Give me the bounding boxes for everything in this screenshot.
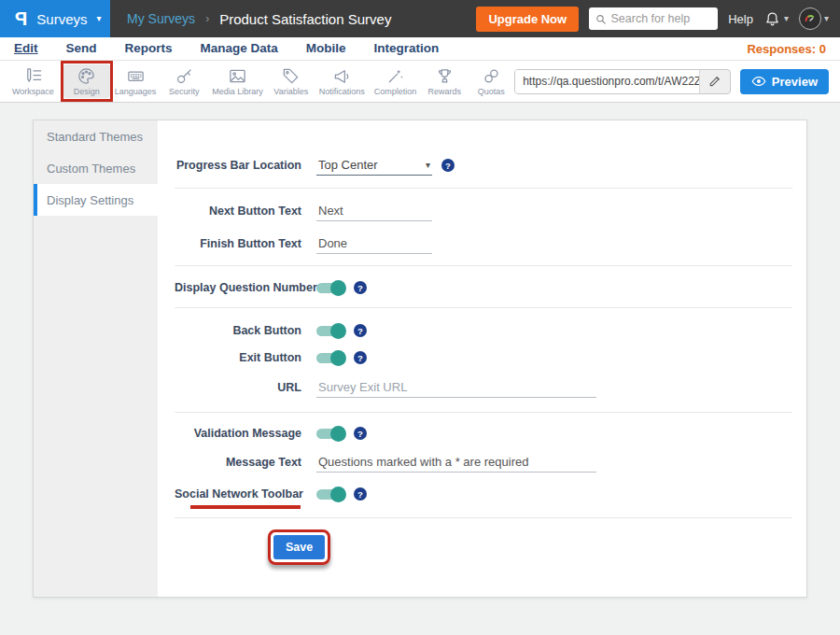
toolbar-item-design[interactable]: Design [63, 64, 110, 98]
toolbar-item-rewards[interactable]: Rewards [421, 64, 468, 98]
toolbar-item-variables[interactable]: Variables [268, 64, 315, 98]
trophy-icon [435, 66, 455, 86]
toolbar-item-workspace[interactable]: Workspace [7, 64, 59, 98]
nav-tab-integration[interactable]: Integration [374, 42, 440, 56]
workspace-icon [23, 66, 43, 86]
display-question-numbers-toggle[interactable] [316, 283, 344, 293]
topbar-actions: Upgrade Now Help ▾ ▾ [476, 7, 829, 32]
preview-label: Preview [772, 75, 818, 89]
surveys-menu-label: Surveys [36, 11, 87, 27]
sidebar-item-custom-themes[interactable]: Custom Themes [34, 152, 158, 184]
toolbar-item-languages[interactable]: Languages [110, 64, 161, 98]
image-icon [228, 66, 247, 86]
help-icon[interactable]: ? [354, 427, 367, 440]
field-label: URL [175, 381, 301, 394]
section-divider [175, 412, 792, 413]
exit-button-toggle[interactable] [316, 353, 344, 363]
breadcrumb-my-surveys[interactable]: My Surveys [127, 11, 195, 26]
field-label: Finish Button Text [175, 237, 301, 250]
display-question-numbers-row: Display Question Numbers ? [175, 275, 792, 301]
toolbar-item-quotas[interactable]: Quotas [468, 64, 514, 98]
sidebar-item-display-settings[interactable]: Display Settings [34, 184, 158, 216]
help-icon[interactable]: ? [354, 487, 367, 501]
edit-url-button[interactable] [700, 70, 730, 93]
toolbar-item-label: Completion [374, 87, 417, 96]
save-button[interactable]: Save [273, 535, 325, 559]
display-settings-form: Progress Bar Location Top Center ▾ ? Nex… [158, 120, 806, 597]
field-label: Exit Button [175, 351, 301, 364]
survey-url-text[interactable]: https://qa.questionpro.com/t/AW22Zcq2J [515, 70, 700, 93]
validation-message-row: Validation Message ? [175, 420, 792, 446]
eye-icon [751, 76, 766, 87]
megaphone-icon [332, 66, 352, 86]
validation-message-toggle[interactable] [316, 429, 344, 439]
survey-exit-url-input[interactable] [316, 377, 596, 398]
surveys-product-menu[interactable]: P Surveys ▾ [0, 0, 110, 37]
content-area: Standard Themes Custom Themes Display Se… [0, 103, 840, 635]
upgrade-now-button[interactable]: Upgrade Now [476, 7, 579, 32]
social-network-toolbar-toggle[interactable] [316, 489, 344, 500]
section-divider [175, 307, 792, 308]
palette-icon [77, 66, 96, 86]
survey-nav: Edit Send Reports Manage Data Mobile Int… [0, 37, 840, 61]
toolbar-item-label: Languages [115, 87, 157, 96]
toolbar-item-label: Workspace [12, 87, 54, 96]
help-link[interactable]: Help [728, 12, 753, 26]
help-search-input[interactable] [610, 12, 711, 25]
help-search-box[interactable] [589, 7, 718, 30]
design-settings-card: Standard Themes Custom Themes Display Se… [33, 120, 807, 598]
next-button-text-input[interactable] [316, 201, 432, 221]
toolbar-item-label: Media Library [212, 87, 263, 96]
toolbar-item-notifications[interactable]: Notifications [315, 64, 370, 98]
back-button-toggle[interactable] [316, 326, 344, 336]
annotation-social-underline [190, 505, 301, 509]
section-divider [175, 188, 792, 189]
field-label: Next Button Text [175, 205, 301, 218]
progress-bar-location-select[interactable]: Top Center ▾ [316, 155, 432, 176]
questionpro-logo: P [15, 8, 27, 30]
help-icon[interactable]: ? [354, 351, 367, 364]
message-text-input[interactable] [316, 452, 596, 473]
toolbar-divider [61, 65, 62, 97]
toolbar-item-security[interactable]: Security [161, 64, 207, 98]
social-network-toolbar-row: Social Network Toolbar ? [175, 481, 792, 507]
design-sidebar: Standard Themes Custom Themes Display Se… [34, 120, 158, 597]
search-icon [595, 13, 606, 25]
toolbar-item-label: Security [169, 87, 200, 96]
notifications-menu[interactable]: ▾ [763, 10, 789, 28]
top-bar: P Surveys ▾ My Surveys › Product Satisfa… [0, 0, 840, 37]
nav-tab-manage-data[interactable]: Manage Data [201, 42, 278, 56]
edit-toolbar: Workspace Design Languages Security Medi… [0, 61, 840, 103]
field-label: Back Button [175, 324, 301, 337]
survey-url-box: https://qa.questionpro.com/t/AW22Zcq2J [514, 69, 731, 94]
progress-bar-location-row: Progress Bar Location Top Center ▾ ? [175, 152, 792, 178]
preview-button[interactable]: Preview [740, 69, 829, 94]
nav-tab-send[interactable]: Send [66, 42, 97, 56]
responses-count: Responses: 0 [747, 42, 826, 56]
nav-tab-edit[interactable]: Edit [14, 42, 38, 56]
sidebar-item-standard-themes[interactable]: Standard Themes [34, 120, 158, 152]
next-button-text-row: Next Button Text [175, 198, 792, 224]
nav-tab-mobile[interactable]: Mobile [306, 42, 346, 56]
finish-button-text-row: Finish Button Text [175, 231, 792, 257]
toolbar-item-label: Design [74, 87, 100, 96]
account-menu[interactable]: ▾ [799, 7, 829, 30]
help-icon[interactable]: ? [441, 159, 455, 172]
toolbar-item-media-library[interactable]: Media Library [207, 64, 267, 98]
back-button-row: Back Button ? [175, 318, 792, 344]
help-icon[interactable]: ? [354, 281, 367, 294]
selected-option: Top Center [318, 158, 378, 172]
field-label: Progress Bar Location [175, 159, 301, 172]
field-label: Message Text [175, 456, 301, 469]
toolbar-item-completion[interactable]: Completion [370, 64, 421, 98]
chain-links-icon [482, 66, 501, 86]
chevron-down-icon: ▾ [784, 14, 789, 23]
section-divider [175, 517, 792, 518]
help-icon[interactable]: ? [354, 324, 367, 337]
nav-tab-reports[interactable]: Reports [125, 42, 173, 56]
section-divider [175, 265, 792, 266]
app: P Surveys ▾ My Surveys › Product Satisfa… [0, 0, 840, 635]
save-row: Save [175, 529, 792, 565]
field-label: Display Question Numbers [175, 281, 301, 294]
finish-button-text-input[interactable] [316, 233, 432, 254]
